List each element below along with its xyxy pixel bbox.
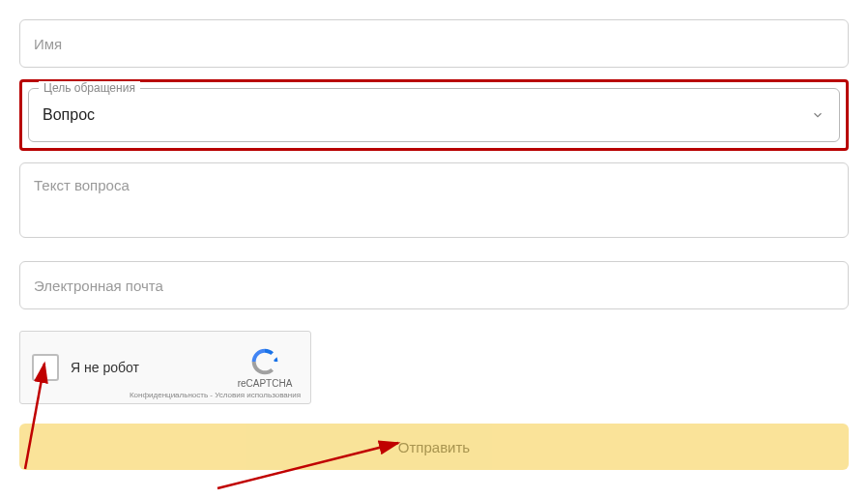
purpose-float-label: Цель обращения [39,81,140,95]
question-placeholder: Текст вопроса [34,177,130,193]
recaptcha-label: Я не робот [71,360,229,375]
email-placeholder: Электронная почта [20,262,848,308]
purpose-select[interactable]: Цель обращения Вопрос [28,88,840,142]
recaptcha-checkbox[interactable] [32,354,59,381]
submit-button[interactable]: Отправить [19,424,849,470]
recaptcha-widget: Я не робот reCAPTCHA Конфиденциальность … [19,331,311,404]
name-field[interactable]: Имя [19,19,849,68]
recaptcha-icon [249,346,280,377]
chevron-down-icon [810,107,825,123]
name-input-placeholder: Имя [20,20,848,67]
recaptcha-brand-text: reCAPTCHA [238,378,293,389]
purpose-highlight: Цель обращения Вопрос [19,79,849,151]
purpose-selected-value: Вопрос [43,106,95,124]
question-textarea[interactable]: Текст вопроса [19,162,849,238]
recaptcha-terms[interactable]: Конфиденциальность - Условия использован… [130,391,301,399]
recaptcha-branding: reCAPTCHA [229,346,301,389]
email-field[interactable]: Электронная почта [19,261,849,309]
